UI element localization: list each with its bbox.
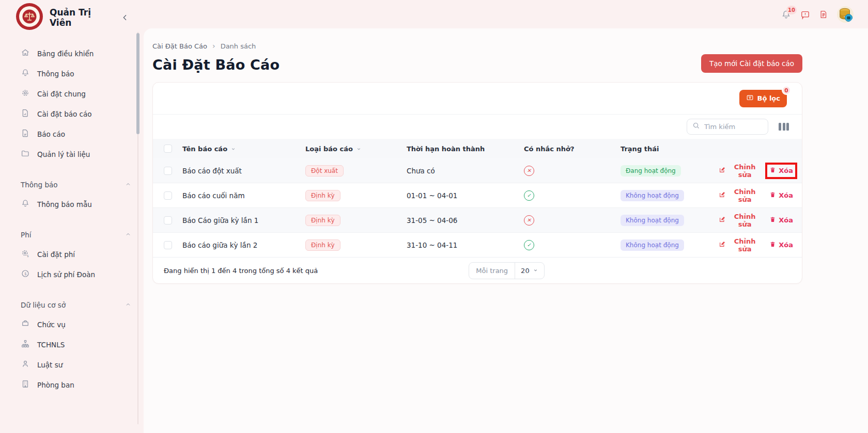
sidebar-collapse-icon[interactable] xyxy=(121,13,136,22)
briefcase-icon xyxy=(21,319,30,330)
column-header-deadline: Thời hạn hoàn thành xyxy=(407,145,524,153)
edit-icon xyxy=(719,216,726,224)
person-icon xyxy=(21,359,30,370)
sort-chevron-icon[interactable] xyxy=(356,146,362,152)
deadline-value: 31-10 ~ 04-11 xyxy=(407,241,524,249)
table-header: Tên báo cáo Loại báo cáo Thời hạn hoàn t… xyxy=(153,139,802,158)
deadline-value: 01-01 ~ 04-01 xyxy=(407,191,524,200)
sidebar-group-fees[interactable]: Phí xyxy=(0,226,144,244)
sidebar-item-label: Luật sư xyxy=(37,361,63,369)
sidebar: Quản Trị Viên Bảng điều khiển Thông báo … xyxy=(0,0,144,433)
folder-icon xyxy=(21,149,30,159)
reminder-glyph: ✓ xyxy=(527,242,531,248)
create-report-setting-button[interactable]: Tạo mới Cài đặt báo cáo xyxy=(701,54,802,73)
filter-count-badge: 0 xyxy=(782,86,791,95)
sidebar-item-documents[interactable]: Quản lý tài liệu xyxy=(0,144,144,164)
group-title-label: Dữ liệu cơ sở xyxy=(21,301,66,309)
select-all-checkbox[interactable] xyxy=(164,145,172,153)
sidebar-item-lawyers[interactable]: Luật sư xyxy=(0,355,144,375)
row-checkbox[interactable] xyxy=(164,216,172,224)
chevron-up-icon xyxy=(125,301,131,309)
notification-bell-icon[interactable]: 10 xyxy=(781,9,792,20)
home-icon xyxy=(21,48,30,59)
sidebar-item-label: Quản lý tài liệu xyxy=(37,150,90,158)
topbar: 10 xyxy=(144,0,868,28)
report-name: Báo cáo đột xuất xyxy=(182,167,305,175)
building-icon xyxy=(21,379,30,390)
sidebar-item-notifications[interactable]: Thông báo xyxy=(0,63,144,84)
app-logo-icon xyxy=(16,3,43,33)
edit-button[interactable]: Chỉnh sửa xyxy=(719,163,761,179)
sidebar-item-general-settings[interactable]: Cài đặt chung xyxy=(0,84,144,104)
document-icon[interactable] xyxy=(819,10,828,19)
reminder-status-icon: ✕ xyxy=(524,166,534,176)
notification-count-badge: 10 xyxy=(786,6,797,14)
delete-button[interactable]: Xóa xyxy=(769,167,793,175)
column-header-type[interactable]: Loại báo cáo xyxy=(305,145,353,153)
results-summary: Đang hiển thị 1 đến 4 trong tổng số 4 kế… xyxy=(164,267,318,275)
sidebar-item-label: Cài đặt báo cáo xyxy=(37,110,92,118)
trash-icon xyxy=(769,167,776,175)
sidebar-item-fee-settings[interactable]: $ Cài đặt phí xyxy=(0,244,144,264)
row-checkbox[interactable] xyxy=(164,241,172,249)
search-row xyxy=(153,115,802,139)
delete-button[interactable]: Xóa xyxy=(769,241,793,249)
filter-row: Bộ lọc 0 xyxy=(153,83,802,115)
feedback-message-icon[interactable] xyxy=(800,10,810,20)
column-header-reminder: Có nhắc nhở? xyxy=(524,145,621,153)
sidebar-group-master-data[interactable]: Dữ liệu cơ sở xyxy=(0,296,144,314)
delete-button-label: Xóa xyxy=(779,191,793,199)
filter-button-label: Bộ lọc xyxy=(757,94,780,102)
search-input[interactable] xyxy=(704,123,763,131)
sidebar-item-reports[interactable]: Báo cáo xyxy=(0,124,144,144)
sidebar-scrollbar-thumb[interactable] xyxy=(136,33,140,134)
report-settings-icon xyxy=(21,108,30,119)
edit-icon xyxy=(719,191,726,200)
report-type-badge: Đột xuất xyxy=(305,165,344,177)
sidebar-item-label: Thông báo xyxy=(37,70,74,78)
status-badge: Không hoạt động xyxy=(621,215,684,226)
breadcrumb-item[interactable]: Cài Đặt Báo Cáo xyxy=(152,42,207,50)
sidebar-item-report-settings[interactable]: Cài đặt báo cáo xyxy=(0,104,144,124)
delete-button[interactable]: Xóa xyxy=(769,216,793,224)
deadline-value: 31-05 ~ 04-06 xyxy=(407,216,524,224)
filter-button[interactable]: Bộ lọc 0 xyxy=(739,90,787,107)
trash-icon xyxy=(769,216,776,224)
bell-icon xyxy=(21,199,30,210)
sidebar-item-label: Cài đặt phí xyxy=(37,250,75,259)
sidebar-item-tchnls[interactable]: TCHNLS xyxy=(0,334,144,355)
svg-text:$: $ xyxy=(27,254,29,258)
delete-button-label: Xóa xyxy=(779,241,793,249)
brand: Quản Trị Viên xyxy=(0,0,144,34)
filter-icon xyxy=(746,94,754,103)
delete-button-label: Xóa xyxy=(779,167,793,174)
breadcrumb: Cài Đặt Báo Cáo › Danh sách xyxy=(152,28,802,50)
per-page-select[interactable]: Mỗi trang 20 xyxy=(469,262,544,279)
sidebar-item-label: Cài đặt chung xyxy=(37,90,86,98)
column-header-name[interactable]: Tên báo cáo xyxy=(182,145,227,153)
row-checkbox[interactable] xyxy=(164,191,172,200)
edit-button[interactable]: Chỉnh sửa xyxy=(719,237,761,253)
sidebar-item-positions[interactable]: Chức vụ xyxy=(0,314,144,334)
column-header-status: Trạng thái xyxy=(621,145,719,153)
search-box xyxy=(687,119,768,135)
edit-button-label: Chỉnh sửa xyxy=(729,163,761,179)
sidebar-item-fee-history[interactable]: $ Lịch sử phí Đoàn xyxy=(0,264,144,284)
sidebar-item-label: Báo cáo xyxy=(37,130,65,138)
sidebar-item-dashboard[interactable]: Bảng điều khiển xyxy=(0,43,144,63)
columns-toggle-icon[interactable] xyxy=(779,123,789,131)
delete-button[interactable]: Xóa xyxy=(769,191,793,200)
delete-highlight-box: Xóa xyxy=(769,191,793,200)
gear-icon xyxy=(21,88,30,99)
sidebar-group-notifications[interactable]: Thông báo xyxy=(0,175,144,194)
user-avatar[interactable] xyxy=(837,6,854,23)
app-title: Quản Trị Viên xyxy=(50,7,115,28)
sidebar-item-departments[interactable]: Phòng ban xyxy=(0,375,144,395)
row-checkbox[interactable] xyxy=(164,167,172,175)
sidebar-item-notification-templates[interactable]: Thông báo mẫu xyxy=(0,194,144,214)
edit-button[interactable]: Chỉnh sửa xyxy=(719,188,761,203)
edit-button[interactable]: Chỉnh sửa xyxy=(719,213,761,228)
sort-chevron-icon[interactable] xyxy=(230,146,236,152)
breadcrumb-item-current: Danh sách xyxy=(221,42,256,50)
report-icon xyxy=(21,129,30,139)
